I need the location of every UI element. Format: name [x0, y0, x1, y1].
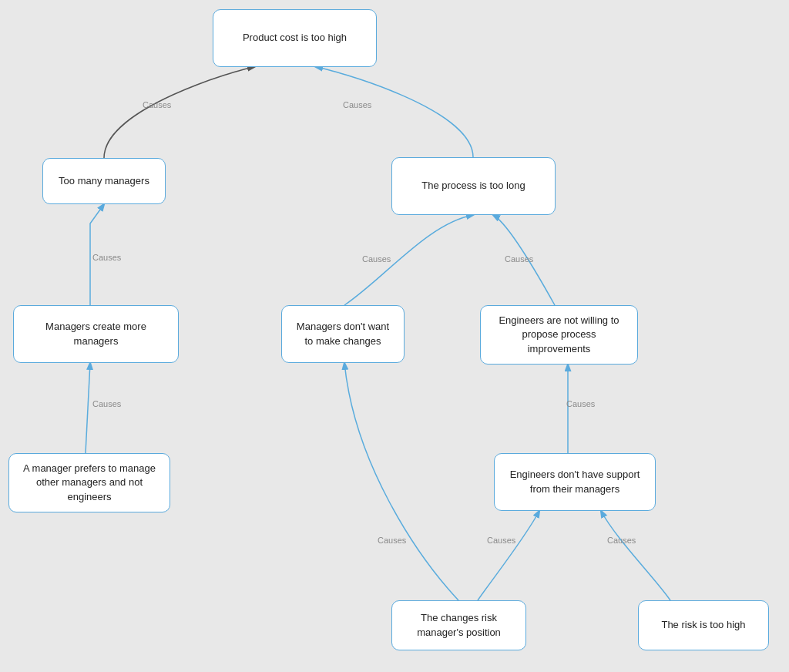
label-causes-8: Causes	[378, 536, 406, 545]
node-changes-risk[interactable]: The changes risk manager's position	[391, 600, 526, 650]
label-causes-5: Causes	[505, 254, 533, 264]
label-causes-3: Causes	[92, 253, 121, 262]
node-too-many-managers[interactable]: Too many managers	[42, 158, 166, 204]
label-causes-4: Causes	[362, 254, 391, 264]
node-manager-prefers[interactable]: A manager prefers to manage other manage…	[8, 453, 170, 512]
node-managers-no-change[interactable]: Managers don't wantto make changes	[281, 305, 405, 363]
diagram: Causes Causes Causes Causes Causes Cause…	[0, 0, 789, 672]
node-engineers-no-support[interactable]: Engineers don't have support from their …	[494, 453, 656, 511]
label-causes-9: Causes	[487, 536, 515, 545]
label-causes-1: Causes	[143, 100, 171, 109]
label-causes-7: Causes	[566, 399, 595, 408]
label-causes-2: Causes	[343, 100, 371, 109]
node-risk-too-high[interactable]: The risk is too high	[638, 600, 769, 650]
node-process-too-long[interactable]: The process is too long	[391, 157, 556, 215]
label-causes-6: Causes	[92, 399, 121, 408]
label-causes-10: Causes	[607, 536, 636, 545]
node-engineers-not-willing[interactable]: Engineers are not willing to propose pro…	[480, 305, 638, 365]
node-managers-create[interactable]: Managers create more managers	[13, 305, 179, 363]
node-product-cost[interactable]: Product cost is too high	[213, 9, 377, 67]
